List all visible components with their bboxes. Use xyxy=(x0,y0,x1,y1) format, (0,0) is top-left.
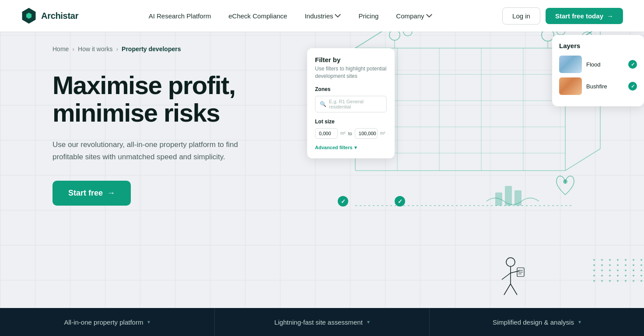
start-free-button[interactable]: Start free → xyxy=(52,181,131,206)
chevron-down-icon xyxy=(426,13,432,19)
breadcrumb-sep-2: › xyxy=(116,46,118,52)
nav-links: AI Research Platform eCheck Compliance I… xyxy=(142,9,439,23)
hero-subtitle: Use our revolutionary, all-in-one proper… xyxy=(52,139,245,163)
chevron-down-icon: ▾ xyxy=(367,319,370,325)
breadcrumb-current: Property developers xyxy=(122,46,181,52)
nav-company[interactable]: Company xyxy=(389,9,439,23)
breadcrumb-how-it-works[interactable]: How it works xyxy=(78,46,112,52)
bottom-bar: All-in-one property platform ▾ Lightning… xyxy=(0,308,644,336)
hero-section: Home › How it works › Property developer… xyxy=(0,0,644,308)
hero-body: Maximise profit, minimise risks Use our … xyxy=(0,63,644,308)
chevron-down-icon: ▾ xyxy=(578,319,581,325)
nav-industries[interactable]: Industries xyxy=(298,9,348,23)
nav-actions: Log in Start free today → xyxy=(502,7,623,24)
hero-left: Maximise profit, minimise risks Use our … xyxy=(52,63,245,206)
logo-text: Archistar xyxy=(41,11,78,21)
nav-echeck[interactable]: eCheck Compliance xyxy=(221,9,294,23)
breadcrumb-home[interactable]: Home xyxy=(52,46,69,52)
logo-link[interactable]: Archistar xyxy=(21,8,78,24)
start-free-today-button[interactable]: Start free today → xyxy=(546,8,623,24)
bottom-item-site-assessment[interactable]: Lightning-fast site assessment ▾ xyxy=(215,308,430,336)
chevron-down-icon: ▾ xyxy=(147,319,150,325)
chevron-down-icon xyxy=(335,13,341,19)
navbar: Archistar AI Research Platform eCheck Co… xyxy=(0,0,644,32)
bottom-item-design-analysis[interactable]: Simplified design & analysis ▾ xyxy=(430,308,644,336)
hero-title: Maximise profit, minimise risks xyxy=(52,72,245,126)
nav-ai-research[interactable]: AI Research Platform xyxy=(142,9,218,23)
logo-icon xyxy=(21,8,37,24)
bottom-item-property-platform[interactable]: All-in-one property platform ▾ xyxy=(0,308,215,336)
login-button[interactable]: Log in xyxy=(502,7,540,24)
nav-pricing[interactable]: Pricing xyxy=(351,9,385,23)
breadcrumb: Home › How it works › Property developer… xyxy=(0,32,644,63)
breadcrumb-sep-1: › xyxy=(72,46,74,52)
